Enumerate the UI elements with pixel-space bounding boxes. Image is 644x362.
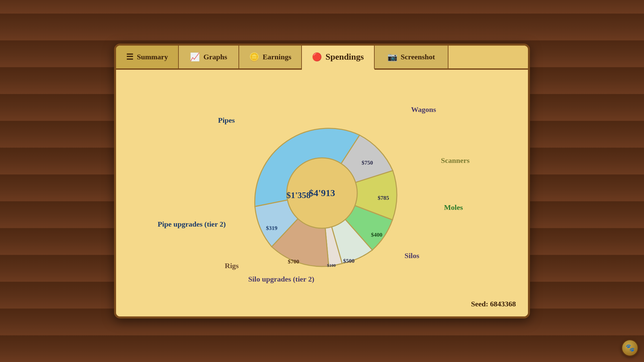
tab-graphs-label: Graphs bbox=[203, 53, 227, 61]
moles-label: Moles bbox=[444, 203, 463, 212]
seed-label: Seed: 6843368 bbox=[471, 300, 516, 308]
silo-upgrades-value-label: $100 bbox=[327, 263, 336, 268]
wagons-value-label: $750 bbox=[362, 160, 373, 166]
pie-chart-svg: $750 $785 $400 $500 $100 $700 $319 $1'35… bbox=[228, 99, 416, 287]
silos-value-label: $500 bbox=[343, 258, 355, 264]
pipes-value-label: $1'358 bbox=[286, 190, 311, 200]
spendings-icon: 🔴 bbox=[312, 52, 322, 62]
scanners-value-label: $785 bbox=[378, 195, 389, 201]
tab-bar: ☰ Summary 📈 Graphs 🪙 Earnings 🔴 Spending… bbox=[116, 46, 528, 70]
graphs-icon: 📈 bbox=[190, 52, 200, 62]
helper-icon: 🐾 bbox=[626, 344, 635, 352]
wood-background: ☰ Summary 📈 Graphs 🪙 Earnings 🔴 Spending… bbox=[0, 0, 644, 362]
tab-earnings-label: Earnings bbox=[263, 53, 291, 61]
helper-button[interactable]: 🐾 bbox=[621, 339, 639, 357]
tab-summary-label: Summary bbox=[137, 53, 168, 61]
earnings-icon: 🪙 bbox=[249, 52, 259, 62]
tab-summary[interactable]: ☰ Summary bbox=[116, 46, 179, 68]
pipe-upgrades-label: Pipe upgrades (tier 2) bbox=[158, 220, 226, 229]
tab-earnings[interactable]: 🪙 Earnings bbox=[239, 46, 302, 68]
summary-icon: ☰ bbox=[126, 52, 133, 62]
pipe-upgrades-value-label: $319 bbox=[266, 225, 277, 231]
content-area: $750 $785 $400 $500 $100 $700 $319 $1'35… bbox=[116, 70, 528, 316]
tab-graphs[interactable]: 📈 Graphs bbox=[179, 46, 239, 68]
scanners-label: Scanners bbox=[441, 156, 470, 165]
moles-value-label: $400 bbox=[371, 232, 382, 238]
pie-chart-container: $750 $785 $400 $500 $100 $700 $319 $1'35… bbox=[228, 99, 416, 287]
tab-screenshot-label: Screenshot bbox=[401, 53, 435, 61]
rigs-value-label: $700 bbox=[288, 258, 299, 265]
tab-spendings[interactable]: 🔴 Spendings bbox=[302, 46, 374, 70]
tab-screenshot[interactable]: 📷 Screenshot bbox=[375, 46, 448, 68]
main-panel: ☰ Summary 📈 Graphs 🪙 Earnings 🔴 Spending… bbox=[114, 44, 530, 318]
screenshot-icon: 📷 bbox=[387, 52, 397, 62]
tab-spendings-label: Spendings bbox=[325, 52, 364, 62]
